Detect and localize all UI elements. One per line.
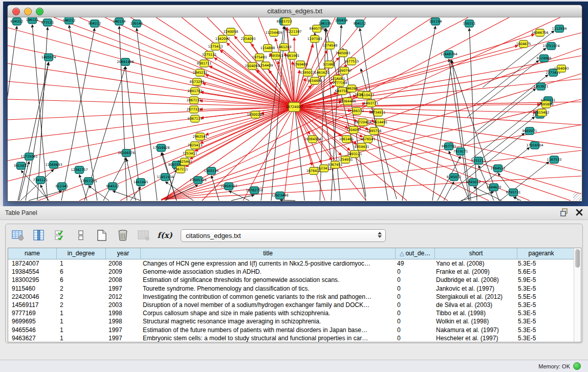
table-row[interactable]: 2242004622012Investigating the contribut…	[8, 293, 574, 301]
graph-node-label: 9129966	[537, 56, 552, 60]
close-window-icon[interactable]	[12, 8, 20, 15]
show-columns-icon[interactable]	[32, 229, 46, 242]
table-row[interactable]: 977716911998Corpus callosum shape and si…	[8, 309, 574, 317]
scrollbar-thumb[interactable]	[575, 249, 580, 268]
graph-node-label: 7919171	[453, 149, 468, 154]
graph-node-label: 7485083	[336, 51, 351, 55]
graph-node-label: 8959431	[355, 145, 369, 149]
network-canvas[interactable]: 6343121961218731211462129042121401241301…	[8, 17, 582, 201]
black-edge[interactable]	[130, 187, 141, 201]
cell-out_degree: 0	[394, 317, 432, 325]
column-header-year[interactable]: year	[106, 248, 141, 259]
graph-node-label: 5493721	[364, 101, 379, 105]
graph-node-label: 7204097	[346, 128, 361, 132]
delete-column-icon[interactable]	[116, 229, 130, 242]
cell-title: Genome-wide association studies in ADHD.	[139, 268, 394, 276]
cell-in_degree: 1	[56, 334, 105, 342]
black-edge[interactable]	[231, 195, 254, 201]
column-header-name[interactable]: name	[8, 248, 57, 259]
graph-node-label: 16782759	[246, 188, 263, 192]
black-edge[interactable]	[444, 182, 454, 201]
graph-node-label: 9381711	[197, 61, 212, 65]
table-row[interactable]: 1830029562008Estimation of significance …	[8, 276, 574, 284]
float-panel-icon[interactable]	[560, 208, 569, 216]
cell-name: 9463627	[8, 334, 56, 342]
cell-title: Corpus callosum shape and size in male p…	[139, 309, 394, 317]
table-row[interactable]: 1938455462009Genome-wide association stu…	[8, 268, 574, 276]
minimize-window-icon[interactable]	[24, 8, 32, 15]
vertical-scrollbar[interactable]	[574, 248, 581, 342]
graph-node-label: 17359928	[153, 146, 169, 150]
graph-node-label: 1769409	[293, 62, 308, 67]
table-row[interactable]: 1456911722003Disruption of a novel membe…	[8, 301, 574, 309]
select-all-columns-icon[interactable]	[53, 229, 67, 242]
table-panel-header: Table Panel	[0, 206, 588, 220]
column-header-short[interactable]: short	[435, 248, 517, 259]
black-edge[interactable]	[61, 28, 95, 201]
cell-short: Yano et al. (2008)	[432, 259, 514, 268]
graph-node-label: 7345121	[33, 178, 48, 182]
zoom-window-icon[interactable]	[36, 8, 43, 15]
graph-node-label: 1342097	[215, 37, 230, 41]
column-header-out_degree[interactable]: △ out_de…	[396, 248, 435, 259]
black-edge[interactable]	[361, 69, 397, 199]
cell-pagerank: 5.3E-5	[514, 334, 562, 342]
red-edge[interactable]	[294, 46, 518, 107]
graph-node-label: 1461203	[277, 45, 292, 49]
graph-node-label: 9367211	[173, 167, 188, 171]
unselect-all-columns-icon[interactable]	[74, 229, 88, 242]
graph-node-label: 1461945	[134, 180, 148, 184]
graph-node-label: 9367113	[188, 117, 203, 121]
graph-node-label: 2240058	[224, 30, 238, 34]
red-edge[interactable]	[284, 107, 294, 201]
graph-node-label: 2845231	[193, 71, 208, 75]
memory-status-icon[interactable]	[573, 362, 581, 370]
table-row[interactable]: 946554611997Estimation of the future num…	[8, 326, 574, 334]
column-header-pagerank[interactable]: pagerank	[517, 248, 565, 259]
graph-node-label: 11254409	[265, 31, 282, 35]
graph-node-label: 9151211	[471, 159, 486, 163]
black-edge[interactable]	[464, 89, 536, 145]
column-header-title[interactable]: title	[141, 248, 396, 259]
network-view-window[interactable]: citations_edges.txt 63431219612187312114…	[7, 5, 582, 202]
graph-node-label: 1094512	[491, 166, 506, 170]
network-desktop: citations_edges.txt 63431219612187312114…	[3, 2, 588, 206]
black-edge[interactable]	[119, 26, 127, 201]
red-edge[interactable]	[294, 70, 556, 107]
cell-name: 18724007	[8, 259, 56, 268]
close-panel-icon[interactable]	[576, 209, 583, 216]
graph-node-label: 9576541	[361, 137, 376, 141]
black-edge[interactable]	[474, 48, 546, 105]
window-titlebar[interactable]: citations_edges.txt	[8, 5, 582, 17]
table-toolbar: f(x) citations_edges.txt	[6, 224, 582, 246]
black-edge[interactable]	[20, 169, 54, 201]
red-edge[interactable]	[190, 107, 294, 159]
table-row[interactable]: 911546021997Tourette syndrome. Phenomeno…	[8, 285, 574, 293]
cell-out_degree: 0	[394, 285, 432, 293]
black-edge[interactable]	[402, 26, 435, 201]
cell-title: Changes of HCN gene expression and I(f) …	[139, 259, 394, 268]
black-edge[interactable]	[137, 28, 157, 201]
table-row[interactable]: 969969511998Structural magnetic resonanc…	[8, 317, 574, 325]
red-edge[interactable]	[256, 70, 294, 107]
table-row[interactable]: 946362711997Embryonic stem cells: a mode…	[8, 334, 574, 342]
black-edge[interactable]	[103, 158, 126, 201]
resize-grip[interactable]	[573, 192, 581, 201]
graph-node-label: 11648794	[440, 52, 457, 56]
table-row[interactable]: 1872400712008Changes of HCN gene express…	[8, 259, 574, 268]
red-edge[interactable]	[195, 107, 294, 151]
black-edge[interactable]	[432, 60, 452, 201]
create-column-icon[interactable]	[95, 229, 109, 242]
function-builder-icon[interactable]: f(x)	[158, 229, 172, 242]
cell-short: Nakamura et al. (1997)	[432, 326, 514, 334]
cell-name: 14569117	[8, 301, 56, 309]
graph-node-label: 904212	[89, 21, 101, 26]
table-mode-icon[interactable]	[11, 229, 25, 242]
black-edge[interactable]	[8, 26, 17, 201]
black-edge[interactable]	[29, 191, 62, 201]
black-edge[interactable]	[461, 192, 494, 201]
column-header-in_degree[interactable]: in_degree	[57, 248, 106, 259]
black-edge[interactable]	[280, 200, 295, 201]
table-selector-dropdown[interactable]: citations_edges.txt	[181, 229, 386, 242]
cell-short: Jankovic et al. (1997)	[432, 285, 514, 293]
